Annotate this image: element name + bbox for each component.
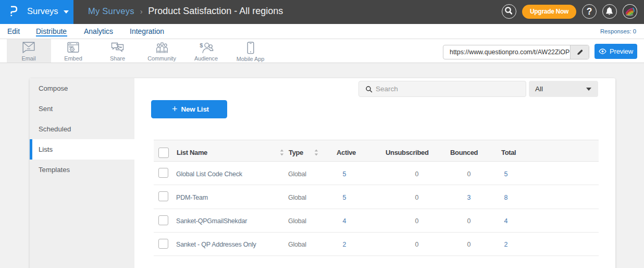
svg-text:$: $	[200, 42, 203, 48]
